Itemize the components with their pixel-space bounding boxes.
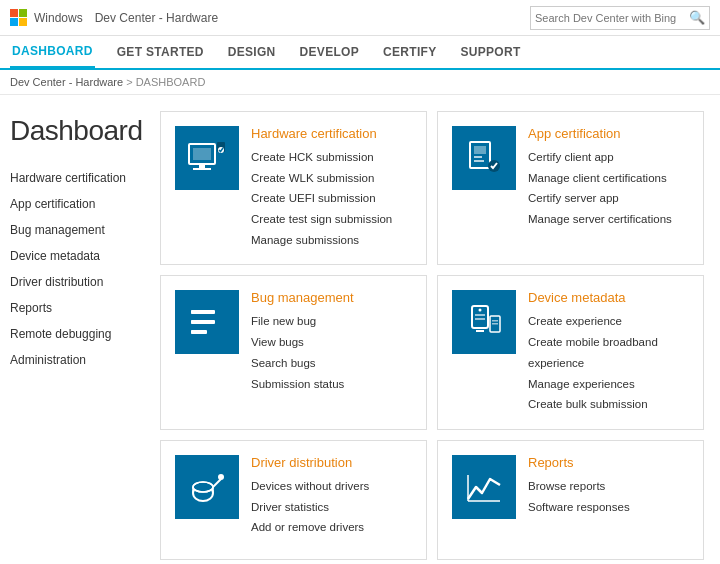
sidebar-item-reports[interactable]: Reports [10,295,140,321]
tile-icon-bug-mgmt [175,290,239,354]
tile-title-hardware-cert: Hardware certification [251,126,412,141]
tile-link-manage-exp[interactable]: Manage experiences [528,374,689,395]
svg-point-23 [479,309,482,312]
tile-bug-mgmt: Bug management File new bug View bugs Se… [160,275,427,429]
tile-link-browse-reports[interactable]: Browse reports [528,476,689,497]
svg-rect-28 [492,323,498,325]
driver-dist-icon [185,465,229,509]
nav-dashboard[interactable]: DASHBOARD [10,35,95,69]
nav-bar: DASHBOARD GET STARTED DESIGN DEVELOP CER… [0,36,720,70]
svg-rect-22 [476,330,484,332]
tile-link-bulk-submission[interactable]: Create bulk submission [528,394,689,415]
reports-icon [462,465,506,509]
windows-label: Windows [34,11,83,25]
svg-point-33 [218,474,224,480]
tile-link-certify-client[interactable]: Certify client app [528,147,689,168]
tile-link-create-exp[interactable]: Create experience [528,311,689,332]
breadcrumb: Dev Center - Hardware > DASHBOARD [0,70,720,95]
tile-link-software-responses[interactable]: Software responses [528,497,689,518]
svg-rect-13 [474,160,484,162]
tile-link-devices-no-drivers[interactable]: Devices without drivers [251,476,412,497]
svg-rect-2 [10,18,18,26]
svg-rect-20 [191,330,195,334]
top-bar: Windows Dev Center - Hardware 🔍 [0,0,720,36]
tile-title-driver-dist: Driver distribution [251,455,412,470]
tile-icon-device-meta [452,290,516,354]
sidebar-item-driver-dist[interactable]: Driver distribution [10,269,140,295]
svg-rect-1 [19,9,27,17]
sidebar-item-remote-debug[interactable]: Remote debugging [10,321,140,347]
app-cert-icon [462,136,506,180]
tile-icon-hardware-cert [175,126,239,190]
nav-get-started[interactable]: GET STARTED [115,35,206,69]
tile-content-reports: Reports Browse reports Software response… [528,455,689,545]
tile-icon-reports [452,455,516,519]
svg-rect-12 [474,156,482,158]
svg-line-32 [213,479,221,487]
sidebar-item-device-meta[interactable]: Device metadata [10,243,140,269]
tile-link-mobile-broadband[interactable]: Create mobile broadband experience [528,332,689,373]
tile-content-app-cert: App certification Certify client app Man… [528,126,689,250]
svg-rect-7 [193,168,211,170]
search-button[interactable]: 🔍 [685,10,709,25]
sidebar-item-hardware-cert[interactable]: Hardware certification [10,165,140,191]
breadcrumb-separator: > [126,76,135,88]
svg-rect-11 [474,146,486,154]
content-area: Hardware certification Create HCK submis… [150,95,720,564]
tile-link-hck[interactable]: Create HCK submission [251,147,412,168]
windows-icon [10,9,28,27]
search-input[interactable] [531,12,685,24]
tile-link-manage-submissions[interactable]: Manage submissions [251,230,412,251]
svg-rect-25 [475,318,485,320]
search-bar[interactable]: 🔍 [530,6,710,30]
breadcrumb-root[interactable]: Dev Center - Hardware [10,76,123,88]
tile-link-manage-client-cert[interactable]: Manage client certifications [528,168,689,189]
main-layout: Dashboard Hardware certification App cer… [0,95,720,564]
tile-link-add-remove-drivers[interactable]: Add or remove drivers [251,517,412,538]
tile-link-wlk[interactable]: Create WLK submission [251,168,412,189]
sidebar-item-admin[interactable]: Administration [10,347,140,373]
sidebar: Dashboard Hardware certification App cer… [0,95,150,564]
breadcrumb-current: DASHBOARD [136,76,206,88]
bug-mgmt-icon [185,300,229,344]
svg-rect-18 [191,310,195,314]
tile-content-device-meta: Device metadata Create experience Create… [528,290,689,414]
tile-link-certify-server[interactable]: Certify server app [528,188,689,209]
tile-reports: Reports Browse reports Software response… [437,440,704,560]
nav-design[interactable]: DESIGN [226,35,278,69]
tile-link-driver-stats[interactable]: Driver statistics [251,497,412,518]
tile-icon-app-cert [452,126,516,190]
tile-icon-driver-dist [175,455,239,519]
tile-link-manage-server-cert[interactable]: Manage server certifications [528,209,689,230]
tile-content-driver-dist: Driver distribution Devices without driv… [251,455,412,545]
tile-app-cert: App certification Certify client app Man… [437,111,704,265]
tile-link-view-bugs[interactable]: View bugs [251,332,412,353]
tile-content-bug-mgmt: Bug management File new bug View bugs Se… [251,290,412,414]
tile-content-hardware-cert: Hardware certification Create HCK submis… [251,126,412,250]
nav-develop[interactable]: DEVELOP [298,35,361,69]
hardware-cert-icon [185,136,229,180]
svg-rect-5 [193,148,211,160]
device-meta-icon [462,300,506,344]
windows-logo: Windows [10,9,83,27]
app-title: Dev Center - Hardware [95,11,530,25]
sidebar-item-bug-mgmt[interactable]: Bug management [10,217,140,243]
tile-link-search-bugs[interactable]: Search bugs [251,353,412,374]
tile-title-bug-mgmt: Bug management [251,290,412,305]
svg-rect-27 [492,320,498,322]
svg-rect-24 [475,314,485,316]
sidebar-item-app-cert[interactable]: App certification [10,191,140,217]
svg-rect-0 [10,9,18,17]
tile-link-uefi[interactable]: Create UEFI submission [251,188,412,209]
svg-rect-10 [470,142,490,168]
tile-hardware-cert: Hardware certification Create HCK submis… [160,111,427,265]
svg-rect-6 [199,164,205,168]
nav-support[interactable]: SUPPORT [458,35,522,69]
tile-link-test-sign[interactable]: Create test sign submission [251,209,412,230]
tiles-grid: Hardware certification Create HCK submis… [160,111,704,560]
tile-device-meta: Device metadata Create experience Create… [437,275,704,429]
tile-title-device-meta: Device metadata [528,290,689,305]
tile-link-submission-status[interactable]: Submission status [251,374,412,395]
nav-certify[interactable]: CERTIFY [381,35,438,69]
tile-link-file-bug[interactable]: File new bug [251,311,412,332]
